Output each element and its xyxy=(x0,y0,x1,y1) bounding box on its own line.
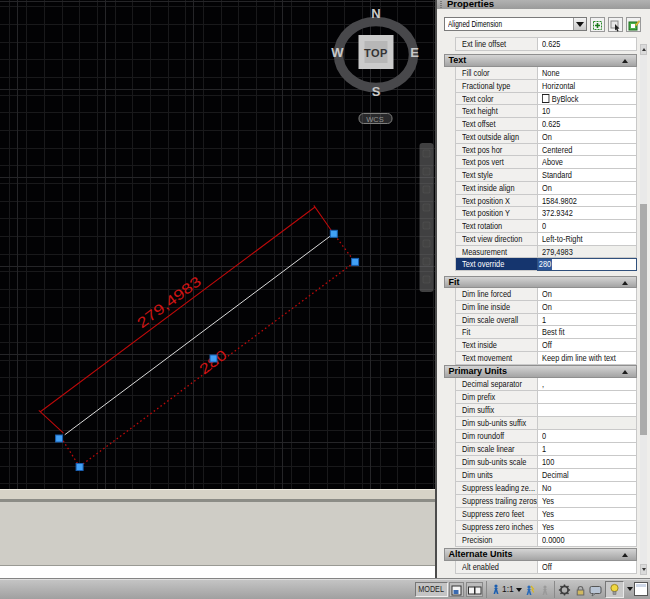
svg-text:N: N xyxy=(371,6,380,21)
svg-text:W: W xyxy=(331,45,344,60)
svg-text:E: E xyxy=(410,45,419,60)
svg-text:TOP: TOP xyxy=(364,47,388,59)
svg-text:S: S xyxy=(372,84,381,99)
svg-text:WCS: WCS xyxy=(366,115,384,124)
